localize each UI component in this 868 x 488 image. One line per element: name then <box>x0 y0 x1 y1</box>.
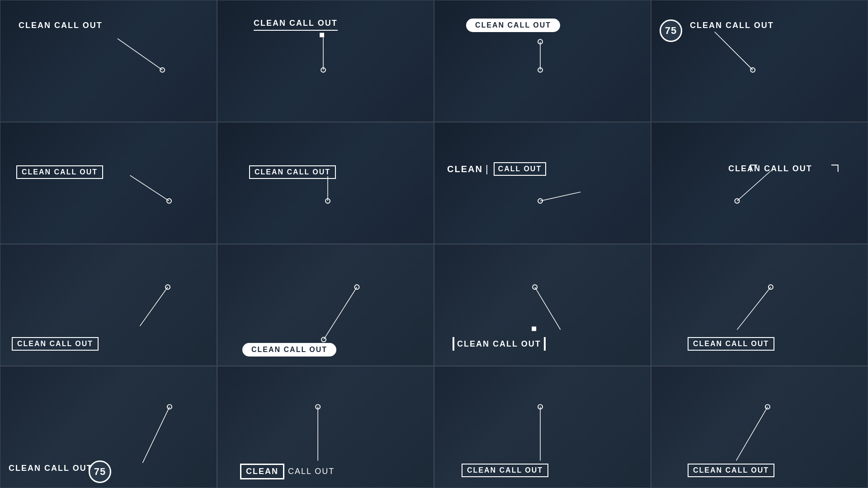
cell-3-4: CLEAN CALL OUT <box>651 244 868 366</box>
cell-1-1: CLEAN CALL OUT <box>0 0 217 122</box>
svg-line-14 <box>540 192 580 201</box>
cell-2-1: CLEAN CALL OUT <box>0 122 217 244</box>
svg-point-29 <box>167 404 172 409</box>
label-4-2-part1: CLEAN <box>240 464 284 479</box>
label-2-1: CLEAN CALL OUT <box>16 165 103 179</box>
cell-4-3: CLEAN CALL OUT <box>434 366 651 488</box>
cell-1-3: CLEAN CALL OUT <box>434 0 651 122</box>
svg-point-19 <box>165 285 170 289</box>
svg-line-8 <box>715 32 753 70</box>
cell-4-1: CLEAN CALL OUT 75 <box>0 366 217 488</box>
label-4-4: CLEAN CALL OUT <box>688 464 774 477</box>
svg-point-17 <box>735 199 739 203</box>
svg-point-35 <box>765 404 770 409</box>
cell-4-2: CLEAN CALL OUT <box>217 366 434 488</box>
cell-2-4: CLEAN CALL OUT <box>651 122 868 244</box>
cell-1-4: 75 CLEAN CALL OUT <box>651 0 868 122</box>
label-4-2-part2: CALL OUT <box>288 467 335 476</box>
label-2-3-part1: CLEAN <box>447 164 483 174</box>
svg-rect-24 <box>532 327 536 331</box>
cell-3-3: CLEAN CALL OUT <box>434 244 651 366</box>
svg-line-0 <box>118 38 162 70</box>
cell-2-2: CLEAN CALL OUT <box>217 122 434 244</box>
label-2-4: CLEAN CALL OUT <box>728 164 812 174</box>
label-3-2: CLEAN CALL OUT <box>242 343 336 357</box>
label-4-2: CLEAN CALL OUT <box>240 464 335 479</box>
svg-rect-2 <box>320 33 324 37</box>
label-2-3-part2: CALL OUT <box>494 162 547 176</box>
label-4-1: CLEAN CALL OUT <box>9 464 93 473</box>
svg-line-34 <box>736 407 767 460</box>
label-3-3: CLEAN CALL OUT <box>453 337 546 351</box>
label-1-4: CLEAN CALL OUT <box>690 21 774 30</box>
cell-3-1: CLEAN CALL OUT <box>0 244 217 366</box>
label-4-3: CLEAN CALL OUT <box>462 464 548 477</box>
label-1-1: CLEAN CALL OUT <box>19 21 103 30</box>
circle-num-1-4: 75 <box>660 19 682 42</box>
cell-4-4: CLEAN CALL OUT <box>651 366 868 488</box>
svg-line-16 <box>737 171 770 201</box>
circle-num-4-1: 75 <box>89 460 111 483</box>
svg-line-18 <box>140 287 168 326</box>
label-3-1: CLEAN CALL OUT <box>12 337 99 351</box>
svg-line-10 <box>130 175 169 201</box>
label-3-4: CLEAN CALL OUT <box>688 337 774 351</box>
cell-2-3: CLEAN | CALL OUT <box>434 122 651 244</box>
label-2-3: CLEAN | CALL OUT <box>447 162 546 176</box>
svg-line-20 <box>324 287 357 339</box>
callout-grid: CLEAN CALL OUT CLEAN CALL OUT CLEAN CALL… <box>0 0 868 488</box>
svg-point-22 <box>355 285 359 289</box>
pipe-left <box>453 337 454 351</box>
svg-line-26 <box>737 287 770 329</box>
label-2-2: CLEAN CALL OUT <box>249 165 336 179</box>
label-1-3: CLEAN CALL OUT <box>466 19 560 32</box>
label-3-3-text: CLEAN CALL OUT <box>457 339 541 349</box>
pipe-right <box>544 337 546 351</box>
svg-point-25 <box>533 285 537 289</box>
label-1-2: CLEAN CALL OUT <box>254 19 338 31</box>
cell-1-2: CLEAN CALL OUT <box>217 0 434 122</box>
svg-point-27 <box>769 285 773 289</box>
svg-line-23 <box>535 287 561 329</box>
svg-line-28 <box>142 407 170 463</box>
cell-3-2: CLEAN CALL OUT <box>217 244 434 366</box>
